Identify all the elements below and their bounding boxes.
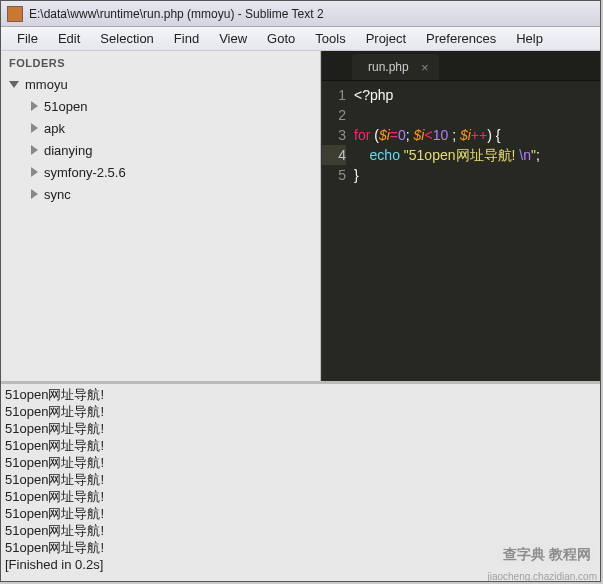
watermark-url: jiaocheng.chazidian.com xyxy=(487,571,597,582)
code-line: } xyxy=(354,165,600,185)
sidebar: FOLDERS mmoyu 51open apk xyxy=(1,51,321,381)
code-content[interactable]: <?php for ($i=0; $i<10 ; $i++) { echo "5… xyxy=(354,85,600,381)
menu-tools[interactable]: Tools xyxy=(305,28,355,49)
menu-file[interactable]: File xyxy=(7,28,48,49)
code-line: <?php xyxy=(354,85,600,105)
menubar: File Edit Selection Find View Goto Tools… xyxy=(1,27,600,51)
chevron-down-icon xyxy=(9,81,19,88)
close-icon[interactable]: × xyxy=(421,60,429,75)
gutter-line: 3 xyxy=(322,125,346,145)
gutter-line: 1 xyxy=(322,85,346,105)
menu-goto[interactable]: Goto xyxy=(257,28,305,49)
tab-bar: run.php × xyxy=(322,51,600,81)
tree-item-label: dianying xyxy=(44,143,92,158)
gutter-line-active: 4 xyxy=(322,145,346,165)
tree-item[interactable]: apk xyxy=(1,117,320,139)
menu-view[interactable]: View xyxy=(209,28,257,49)
chevron-right-icon xyxy=(31,189,38,199)
code-area[interactable]: 1 2 3 4 5 <?php for ($i=0; $i<10 ; $i++)… xyxy=(322,81,600,381)
app-window: E:\data\www\runtime\run.php (mmoyu) - Su… xyxy=(0,0,601,582)
tree-item[interactable]: sync xyxy=(1,183,320,205)
menu-preferences[interactable]: Preferences xyxy=(416,28,506,49)
tree-item[interactable]: symfony-2.5.6 xyxy=(1,161,320,183)
tree-item-label: 51open xyxy=(44,99,87,114)
code-line: echo "51open网址导航! \n"; xyxy=(354,145,600,165)
menu-help[interactable]: Help xyxy=(506,28,553,49)
tree-item[interactable]: dianying xyxy=(1,139,320,161)
window-title: E:\data\www\runtime\run.php (mmoyu) - Su… xyxy=(29,7,324,21)
tree-item[interactable]: 51open xyxy=(1,95,320,117)
chevron-right-icon xyxy=(31,145,38,155)
editor: run.php × 1 2 3 4 5 <?php for xyxy=(321,51,600,381)
sidebar-header: FOLDERS xyxy=(1,51,320,73)
menu-selection[interactable]: Selection xyxy=(90,28,163,49)
tree-root-label: mmoyu xyxy=(25,77,68,92)
menu-edit[interactable]: Edit xyxy=(48,28,90,49)
code-line: for ($i=0; $i<10 ; $i++) { xyxy=(354,125,600,145)
gutter-line: 2 xyxy=(322,105,346,125)
app-icon xyxy=(7,6,23,22)
gutter-line: 5 xyxy=(322,165,346,185)
code-line xyxy=(354,105,600,125)
tree-item-label: symfony-2.5.6 xyxy=(44,165,126,180)
tree-root[interactable]: mmoyu xyxy=(1,73,320,95)
chevron-right-icon xyxy=(31,101,38,111)
watermark-text: 查字典 教程网 xyxy=(497,544,597,566)
line-gutter: 1 2 3 4 5 xyxy=(322,85,354,381)
titlebar[interactable]: E:\data\www\runtime\run.php (mmoyu) - Su… xyxy=(1,1,600,27)
tree-item-label: sync xyxy=(44,187,71,202)
folder-tree: mmoyu 51open apk dianying xyxy=(1,73,320,205)
chevron-right-icon xyxy=(31,167,38,177)
tab-label: run.php xyxy=(368,60,409,74)
menu-find[interactable]: Find xyxy=(164,28,209,49)
tree-item-label: apk xyxy=(44,121,65,136)
menu-project[interactable]: Project xyxy=(356,28,416,49)
chevron-right-icon xyxy=(31,123,38,133)
editor-tab[interactable]: run.php × xyxy=(352,54,439,80)
